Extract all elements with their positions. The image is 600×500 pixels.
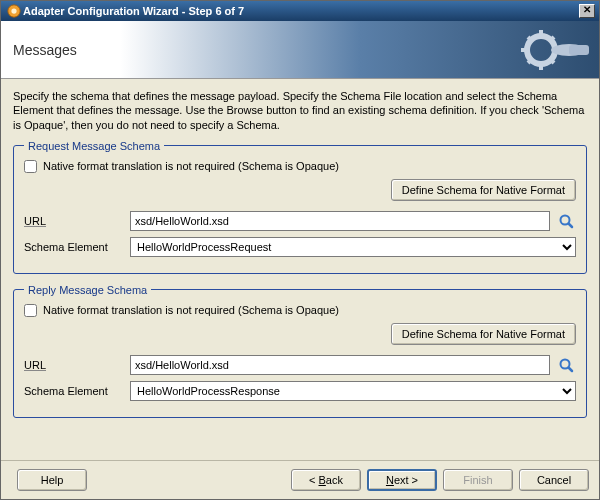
gear-decoration-icon — [521, 25, 591, 75]
wizard-header: Messages — [1, 21, 599, 79]
app-icon — [7, 4, 21, 18]
reply-opaque-label: Native format translation is not require… — [43, 304, 339, 316]
svg-line-14 — [569, 223, 573, 227]
finish-button[interactable]: Finish — [443, 469, 513, 491]
next-button[interactable]: Next > — [367, 469, 437, 491]
request-opaque-checkbox[interactable] — [24, 160, 37, 173]
reply-opaque-checkbox[interactable] — [24, 304, 37, 317]
help-button[interactable]: Help — [17, 469, 87, 491]
svg-line-7 — [528, 37, 532, 41]
svg-line-10 — [550, 37, 554, 41]
reply-url-input[interactable] — [130, 355, 550, 375]
svg-line-16 — [569, 367, 573, 371]
reply-define-schema-button[interactable]: Define Schema for Native Format — [391, 323, 576, 345]
description-text: Specify the schema that defines the mess… — [13, 89, 587, 132]
cancel-button[interactable]: Cancel — [519, 469, 589, 491]
request-define-schema-button[interactable]: Define Schema for Native Format — [391, 179, 576, 201]
title-bar: Adapter Configuration Wizard - Step 6 of… — [1, 1, 599, 21]
wizard-content: Specify the schema that defines the mess… — [1, 79, 599, 460]
reply-schema-group: Reply Message Schema Native format trans… — [13, 284, 587, 418]
svg-rect-12 — [569, 45, 589, 55]
request-schema-group: Request Message Schema Native format tra… — [13, 140, 587, 274]
reply-url-label: URL — [24, 359, 124, 371]
request-url-label: URL — [24, 215, 124, 227]
back-button[interactable]: < Back — [291, 469, 361, 491]
reply-element-label: Schema Element — [24, 385, 124, 397]
reply-legend: Reply Message Schema — [24, 284, 151, 296]
svg-point-1 — [11, 8, 16, 13]
reply-browse-icon[interactable] — [556, 355, 576, 375]
close-button[interactable]: ✕ — [579, 4, 595, 18]
reply-element-select[interactable]: HelloWorldProcessResponse — [130, 381, 576, 401]
page-title: Messages — [13, 42, 77, 58]
wizard-footer: Help < Back Next > Finish Cancel — [1, 460, 599, 499]
request-browse-icon[interactable] — [556, 211, 576, 231]
request-element-label: Schema Element — [24, 241, 124, 253]
request-opaque-label: Native format translation is not require… — [43, 160, 339, 172]
request-url-input[interactable] — [130, 211, 550, 231]
request-element-select[interactable]: HelloWorldProcessRequest — [130, 237, 576, 257]
svg-line-8 — [550, 59, 554, 63]
window-title: Adapter Configuration Wizard - Step 6 of… — [5, 5, 579, 17]
request-legend: Request Message Schema — [24, 140, 164, 152]
svg-line-9 — [528, 59, 532, 63]
